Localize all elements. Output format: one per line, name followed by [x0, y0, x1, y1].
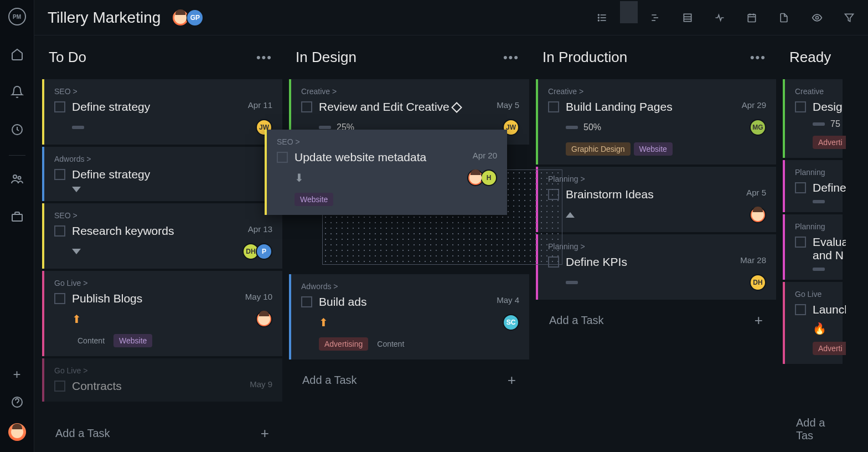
- card-breadcrumb: SEO >: [277, 137, 497, 146]
- task-card[interactable]: Adwords > Build ads May 4 ⬆ SC Advertisi…: [289, 274, 529, 359]
- column-menu-icon[interactable]: •••: [256, 50, 272, 65]
- add-task-button[interactable]: Add a Task +: [289, 362, 529, 399]
- card-title: Define: [813, 181, 846, 194]
- task-card[interactable]: Creative > Build Landing Pages Apr 29 50…: [536, 79, 776, 165]
- svg-point-24: [816, 16, 819, 19]
- checkbox[interactable]: [54, 293, 65, 304]
- avatar[interactable]: H: [480, 170, 497, 186]
- tag[interactable]: Website: [634, 142, 673, 156]
- checkbox[interactable]: [301, 101, 312, 112]
- priority-flame-icon: 🔥: [813, 322, 826, 335]
- card-title: Research keywords: [72, 224, 241, 238]
- column-menu-icon[interactable]: •••: [750, 50, 766, 65]
- task-card[interactable]: Planning Define: [783, 160, 843, 212]
- avatar[interactable]: DH: [750, 274, 766, 291]
- activity-view-icon[interactable]: [714, 12, 725, 23]
- avatar[interactable]: [467, 170, 484, 186]
- checkbox[interactable]: [54, 101, 65, 112]
- avatar[interactable]: P: [256, 243, 272, 260]
- tag[interactable]: Content: [371, 337, 410, 351]
- add-icon[interactable]: +: [11, 368, 24, 381]
- priority-icon: [566, 212, 575, 218]
- avatar[interactable]: MG: [750, 119, 766, 136]
- checkbox[interactable]: [301, 296, 312, 307]
- task-card[interactable]: Planning Evalua and N: [783, 214, 843, 280]
- topbar: Tillery Marketing GP: [34, 0, 868, 35]
- filter-icon[interactable]: [844, 12, 855, 23]
- tag[interactable]: Adverti: [813, 342, 846, 355]
- add-task-label: Add a Task: [55, 427, 110, 440]
- checkbox[interactable]: [54, 169, 65, 180]
- checkbox[interactable]: [795, 101, 806, 112]
- checkbox[interactable]: [795, 182, 806, 193]
- table-view-icon[interactable]: [682, 12, 693, 23]
- svg-rect-17: [684, 14, 691, 21]
- add-task-button[interactable]: Add a Task +: [42, 415, 282, 452]
- tag[interactable]: Advertising: [319, 337, 368, 351]
- home-icon[interactable]: [11, 48, 24, 61]
- svg-point-10: [598, 20, 600, 21]
- card-title: Evalua and N: [813, 235, 846, 262]
- board-view-icon[interactable]: [620, 1, 638, 23]
- tag[interactable]: Website: [294, 193, 333, 206]
- avatar[interactable]: [256, 311, 272, 327]
- project-members[interactable]: GP: [172, 9, 204, 27]
- file-view-icon[interactable]: [778, 12, 789, 23]
- priority-icon: [813, 122, 825, 126]
- column-menu-icon[interactable]: •••: [503, 50, 519, 65]
- checkbox[interactable]: [54, 381, 65, 392]
- tag[interactable]: Adverti: [813, 136, 846, 149]
- tag[interactable]: Graphic Design: [566, 142, 631, 156]
- user-avatar[interactable]: [8, 423, 26, 441]
- card-title: Build ads: [319, 295, 490, 309]
- task-card[interactable]: SEO > Define strategy Apr 11 JW: [42, 79, 282, 145]
- card-breadcrumb: SEO >: [54, 87, 272, 96]
- column-todo: To Do ••• SEO > Define strategy Apr 11 J…: [39, 35, 286, 452]
- avatar[interactable]: SC: [503, 314, 519, 331]
- card-breadcrumb: Adwords >: [54, 155, 272, 163]
- bell-icon[interactable]: [11, 85, 24, 99]
- card-title: Desig: [813, 100, 843, 114]
- task-card[interactable]: Go Live > Contracts May 9: [42, 358, 282, 402]
- gantt-view-icon[interactable]: [650, 12, 661, 23]
- progress-label: 50%: [583, 122, 601, 132]
- checkbox[interactable]: [277, 152, 288, 163]
- card-title: Define strategy: [72, 100, 241, 114]
- column-title: In Design: [296, 49, 356, 66]
- card-title: Define KPIs: [566, 255, 733, 269]
- column-header: Ready: [779, 35, 846, 79]
- add-task-button[interactable]: Add a Task +: [536, 302, 776, 339]
- task-card[interactable]: Go Live > Publish Blogs May 10 ⬆ Content…: [42, 271, 282, 356]
- checkbox[interactable]: [54, 225, 65, 237]
- checkbox[interactable]: [795, 304, 806, 315]
- help-icon[interactable]: [11, 396, 24, 409]
- checkbox[interactable]: [548, 101, 559, 112]
- add-task-button[interactable]: Add a Tas: [783, 407, 843, 452]
- clock-icon[interactable]: [11, 123, 24, 136]
- tag[interactable]: Website: [113, 334, 152, 347]
- dragging-card[interactable]: SEO > Update website metadata Apr 20 ⬇ H…: [265, 130, 507, 215]
- task-card[interactable]: Creative Desig 75 Adverti: [783, 79, 843, 158]
- checkbox[interactable]: [795, 237, 806, 248]
- people-icon[interactable]: [11, 172, 24, 186]
- briefcase-icon[interactable]: [11, 210, 24, 223]
- eye-icon[interactable]: [812, 12, 823, 23]
- avatar[interactable]: [750, 207, 766, 223]
- avatar[interactable]: GP: [186, 9, 204, 27]
- task-card[interactable]: Planning > Define KPIs Mar 28 DH: [536, 234, 776, 300]
- tag[interactable]: Content: [72, 334, 110, 347]
- kanban-board: To Do ••• SEO > Define strategy Apr 11 J…: [34, 35, 868, 452]
- priority-icon: [72, 187, 81, 192]
- column-title: To Do: [49, 49, 86, 66]
- column-body: Creative > Build Landing Pages Apr 29 50…: [533, 79, 779, 452]
- calendar-view-icon[interactable]: [746, 12, 757, 23]
- card-breadcrumb: Creative >: [548, 87, 766, 96]
- app-logo[interactable]: PM: [8, 8, 26, 25]
- task-card[interactable]: Adwords > Define strategy: [42, 147, 282, 201]
- task-card[interactable]: Planning > Brainstorm Ideas Apr 5: [536, 167, 776, 232]
- card-breadcrumb: Planning: [795, 222, 833, 231]
- list-view-icon[interactable]: [597, 12, 608, 23]
- task-card[interactable]: SEO > Research keywords Apr 13 DH P: [42, 203, 282, 269]
- task-card[interactable]: Go Live Launch 🔥 Adverti: [783, 282, 843, 364]
- card-date: Apr 13: [248, 224, 272, 234]
